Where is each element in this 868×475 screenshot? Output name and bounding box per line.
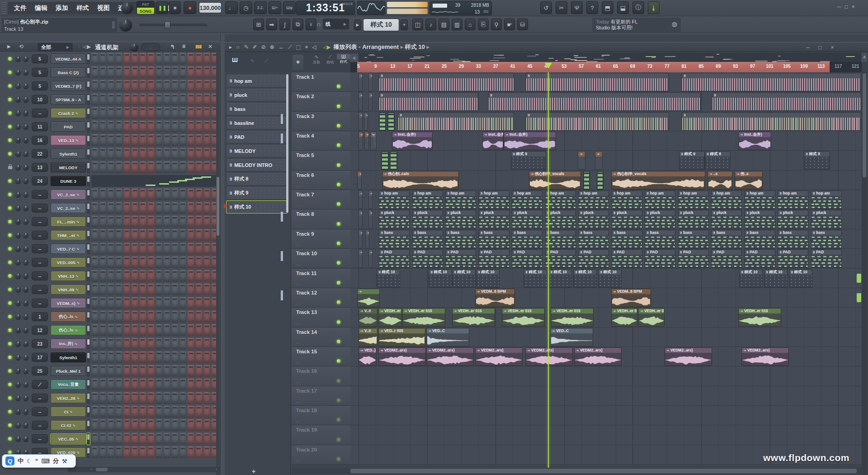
step-button[interactable] — [203, 392, 211, 404]
track-lane[interactable] — [350, 386, 862, 406]
step-button[interactable] — [195, 256, 203, 268]
step-button[interactable] — [171, 446, 179, 458]
step-button[interactable] — [147, 216, 155, 228]
step-button[interactable] — [99, 216, 107, 228]
channel-button[interactable]: Crash 2∿ — [51, 108, 86, 118]
clip[interactable]: ∃PAD — [811, 249, 842, 268]
step-button[interactable] — [99, 256, 107, 268]
step-button[interactable] — [203, 256, 211, 268]
step-button[interactable] — [203, 433, 211, 445]
track-header[interactable]: Track 18... — [292, 406, 350, 425]
step-button[interactable] — [115, 352, 123, 363]
pan-knob[interactable] — [15, 110, 21, 116]
channel-led[interactable] — [8, 71, 12, 74]
rack-volume-knob[interactable] — [130, 43, 138, 51]
step-button[interactable] — [139, 324, 146, 336]
channel-fader[interactable] — [87, 53, 90, 65]
channel-led[interactable] — [8, 356, 12, 359]
step-button[interactable] — [123, 243, 131, 255]
step-button[interactable] — [91, 256, 99, 268]
pan-knob[interactable] — [15, 382, 21, 387]
channel-target-display[interactable]: ⟋ — [32, 380, 48, 389]
step-button[interactable] — [123, 94, 131, 105]
volume-knob[interactable] — [23, 219, 28, 224]
pan-knob[interactable] — [15, 83, 21, 89]
step-button[interactable] — [107, 338, 114, 350]
clip[interactable]: ∃pluck — [578, 210, 609, 228]
step-button[interactable] — [91, 148, 99, 160]
clip[interactable]: ⇥VEDM2..ars) — [525, 347, 573, 366]
clip[interactable]: ∃pluck — [545, 210, 576, 228]
track-led[interactable] — [337, 300, 340, 304]
step-button[interactable] — [91, 134, 99, 146]
channel-button[interactable]: Ins..并)∿ — [51, 339, 86, 349]
step-button[interactable] — [91, 338, 99, 350]
track-led[interactable] — [337, 124, 340, 128]
ime-tools-icon[interactable]: ⚒ — [62, 458, 67, 465]
play-icon[interactable]: ▸ — [229, 44, 232, 50]
step-button[interactable] — [156, 162, 163, 173]
track-led[interactable] — [337, 104, 340, 108]
channel-button[interactable]: VEDM..s)∿ — [51, 298, 86, 308]
step-button[interactable] — [147, 365, 155, 377]
channel-target-display[interactable]: -- — [32, 407, 48, 416]
track-lane[interactable]: ⇥⇥∃bass∃bass∃bass∃bass∃bass∃bass∃bass∃ba… — [350, 229, 862, 249]
step-button[interactable] — [123, 365, 131, 377]
step-button[interactable] — [91, 94, 99, 105]
step-button[interactable] — [163, 121, 170, 133]
app-minimize-icon[interactable]: ─ — [837, 4, 841, 10]
step-button[interactable] — [139, 189, 146, 200]
step-button[interactable] — [203, 66, 211, 78]
ime-halfwidth-icon[interactable]: ☾ — [27, 458, 32, 465]
step-button[interactable] — [195, 270, 203, 282]
step-button[interactable] — [195, 66, 203, 78]
clip[interactable]: ∃样式 10 — [739, 269, 763, 288]
step-button[interactable] — [195, 162, 203, 173]
step-button[interactable] — [91, 243, 99, 255]
step-button[interactable] — [115, 297, 123, 309]
step-button[interactable] — [187, 107, 194, 119]
step-button[interactable] — [91, 189, 99, 200]
track-options[interactable]: ... — [296, 380, 301, 384]
clip[interactable]: ∃样式 8 — [804, 151, 830, 170]
step-button[interactable] — [195, 365, 203, 377]
step-button[interactable] — [171, 365, 179, 377]
step-button[interactable] — [203, 162, 211, 173]
ime-punct-icon[interactable]: ” — [35, 458, 38, 465]
step-button[interactable] — [99, 379, 107, 390]
step-button[interactable] — [107, 446, 114, 458]
clip[interactable]: ⇥VEDH..er 015 — [551, 308, 594, 327]
track-header[interactable]: Track 7... — [292, 190, 350, 209]
rack-stepseq-icon[interactable]: ▮▮▮ — [195, 44, 202, 49]
step-button[interactable] — [107, 189, 114, 200]
step-button[interactable] — [156, 94, 163, 105]
pan-knob[interactable] — [15, 178, 21, 184]
step-button[interactable] — [131, 284, 138, 295]
clip[interactable]: ∃PAD — [678, 249, 709, 268]
track-led[interactable] — [337, 163, 340, 167]
step-button[interactable] — [115, 419, 123, 431]
step-button[interactable] — [147, 379, 155, 390]
clip[interactable]: ∃pluck — [811, 210, 842, 228]
step-button[interactable] — [99, 297, 107, 309]
step-button[interactable] — [123, 297, 131, 309]
clip[interactable]: ⇥ — [368, 210, 373, 228]
clip[interactable]: ⇥ — [359, 73, 363, 91]
main-volume-knob[interactable] — [121, 2, 133, 14]
clip[interactable]: ∃样式 9 — [679, 151, 705, 170]
channel-led[interactable] — [8, 57, 12, 61]
step-button[interactable] — [147, 352, 155, 363]
playlist-vscrollbar[interactable] — [862, 72, 867, 475]
step-button[interactable] — [139, 94, 146, 105]
step-button[interactable] — [187, 284, 194, 295]
main-pitch-strip[interactable] — [387, 2, 428, 7]
pan-knob[interactable] — [15, 423, 21, 428]
step-button[interactable] — [99, 66, 107, 78]
step-button[interactable] — [139, 446, 146, 458]
step-button[interactable] — [99, 446, 107, 458]
track-header[interactable]: Track 17... — [292, 386, 350, 406]
step-button[interactable] — [195, 243, 203, 255]
step-button[interactable] — [179, 121, 187, 133]
track-lane[interactable]: ⇥⇥VEDM..8 BPM⇥VEDM..8 BPM — [350, 288, 862, 308]
step-button[interactable] — [163, 256, 170, 268]
